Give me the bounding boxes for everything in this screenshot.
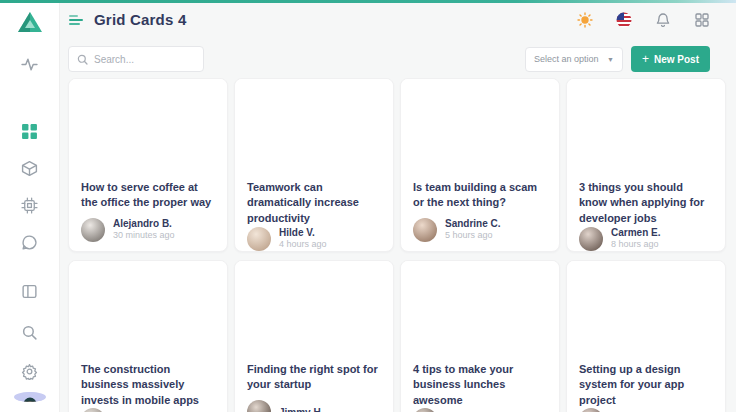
card-title: 3 things you should know when applying f…	[579, 180, 713, 226]
post-image-placeholder	[69, 261, 227, 360]
card-time: 4 hours ago	[279, 239, 327, 251]
main-content: Grid Cards 4	[60, 0, 736, 412]
top-accent-bar	[0, 0, 736, 3]
sidebar	[0, 0, 60, 412]
post-image-placeholder	[235, 79, 393, 178]
apps-grid-icon[interactable]	[693, 11, 710, 28]
chat-icon[interactable]	[21, 234, 39, 251]
page-header: Grid Cards 4	[60, 0, 736, 36]
us-flag-icon[interactable]	[615, 11, 632, 28]
post-card[interactable]: Setting up a design system for your app …	[566, 260, 726, 412]
card-author-avatar	[247, 400, 271, 412]
card-time: 5 hours ago	[445, 230, 501, 242]
plus-icon: +	[642, 53, 649, 65]
post-card[interactable]: 4 tips to make your business lunches awe…	[400, 260, 560, 412]
card-time: 8 hours ago	[611, 239, 660, 251]
cpu-icon[interactable]	[21, 197, 39, 214]
search-input-icon	[77, 54, 88, 65]
card-author: Alejandro B.	[113, 217, 175, 230]
option-select[interactable]: Select an option ▼	[525, 47, 623, 72]
card-author-avatar	[81, 218, 105, 242]
search-box	[68, 46, 204, 72]
card-author-avatar	[579, 408, 603, 412]
post-image-placeholder	[69, 79, 227, 178]
card-title: Is team building a scam or the next thin…	[413, 180, 547, 211]
chevron-down-icon: ▼	[607, 56, 614, 63]
search-input[interactable]	[94, 54, 195, 65]
grid-cards-icon-active[interactable]	[21, 123, 39, 140]
card-time: 30 minutes ago	[113, 230, 175, 242]
card-author: Jimmy H.	[279, 406, 323, 412]
card-title: Teamwork can dramatically increase produ…	[247, 180, 381, 226]
post-card[interactable]: Is team building a scam or the next thin…	[400, 78, 560, 252]
card-author: Carmen E.	[611, 226, 660, 239]
settings-gear-icon[interactable]	[21, 363, 39, 380]
card-grid: How to serve coffee at the office the pr…	[60, 73, 736, 412]
page-title: Grid Cards 4	[94, 11, 186, 28]
post-card[interactable]: Teamwork can dramatically increase produ…	[234, 78, 394, 252]
user-avatar[interactable]	[14, 392, 46, 402]
option-select-value: Select an option	[534, 54, 599, 64]
app-logo[interactable]	[17, 11, 43, 33]
post-image-placeholder	[401, 261, 559, 360]
card-title: How to serve coffee at the office the pr…	[81, 180, 215, 211]
post-image-placeholder	[567, 79, 725, 178]
card-author-avatar	[413, 218, 437, 242]
layout-panel-icon[interactable]	[21, 283, 39, 300]
card-title: Finding the right spot for your startup	[247, 362, 381, 393]
post-card[interactable]: 3 things you should know when applying f…	[566, 78, 726, 252]
sun-icon[interactable]	[576, 11, 593, 28]
card-author: Sandrine C.	[445, 217, 501, 230]
menu-toggle-icon[interactable]	[69, 13, 84, 27]
toolbar: Select an option ▼ + New Post	[60, 36, 736, 73]
card-title: Setting up a design system for your app …	[579, 362, 713, 408]
card-author-avatar	[247, 227, 271, 251]
card-author-avatar	[413, 408, 437, 412]
card-title: The construction business massively inve…	[81, 362, 215, 408]
card-title: 4 tips to make your business lunches awe…	[413, 362, 547, 408]
new-post-button[interactable]: + New Post	[631, 46, 710, 72]
new-post-label: New Post	[654, 54, 699, 65]
post-card[interactable]: How to serve coffee at the office the pr…	[68, 78, 228, 252]
post-card[interactable]: Finding the right spot for your startup …	[234, 260, 394, 412]
post-image-placeholder	[567, 261, 725, 360]
card-author-avatar	[81, 408, 105, 412]
search-icon[interactable]	[21, 324, 39, 341]
notifications-bell-icon[interactable]	[654, 11, 671, 28]
card-author: Hilde V.	[279, 226, 327, 239]
post-card[interactable]: The construction business massively inve…	[68, 260, 228, 412]
post-image-placeholder	[235, 261, 393, 360]
box-icon[interactable]	[21, 160, 39, 177]
card-author-avatar	[579, 227, 603, 251]
activity-icon[interactable]	[21, 56, 39, 73]
post-image-placeholder	[401, 79, 559, 178]
